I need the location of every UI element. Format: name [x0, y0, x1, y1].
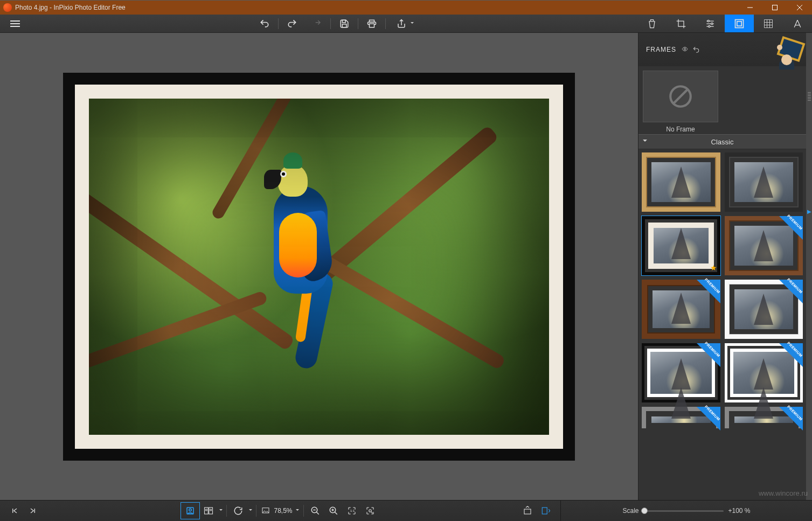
separator: [385, 18, 386, 29]
mascot-icon: [774, 39, 804, 66]
panel-collapse-strip[interactable]: ▶: [806, 33, 812, 500]
separator: [330, 18, 331, 29]
scale-control: Scale +100 %: [561, 501, 812, 521]
reset-icon[interactable]: [692, 46, 700, 53]
tool-tab-adjust[interactable]: [696, 15, 725, 32]
applied-frame-mat: [75, 85, 563, 449]
svg-point-6: [711, 23, 713, 24]
menu-button[interactable]: [10, 20, 20, 27]
app-icon: [3, 3, 12, 12]
zoom-percent-label: 78,5%: [274, 507, 292, 515]
grip-icon: [808, 92, 811, 101]
tool-tab-text[interactable]: [783, 15, 812, 32]
frame-thumb-white[interactable]: PREMIUM: [725, 280, 803, 339]
frames-panel: FRAMES No Frame Classic: [638, 33, 806, 500]
svg-rect-24: [542, 508, 547, 514]
separator: [256, 505, 256, 517]
window-close-button[interactable]: [787, 1, 812, 15]
applied-frame-outer: [63, 73, 575, 461]
panel-header: FRAMES: [639, 33, 806, 66]
zoom-in-button[interactable]: [324, 503, 343, 519]
separator: [226, 505, 227, 517]
save-button[interactable]: [332, 15, 357, 33]
separator: [303, 505, 304, 517]
main-area: FRAMES No Frame Classic: [0, 33, 812, 500]
separator: [278, 18, 279, 29]
top-toolbar: [0, 15, 812, 33]
redo-button[interactable]: [280, 15, 304, 33]
first-image-button[interactable]: [5, 503, 24, 519]
svg-point-10: [684, 48, 686, 50]
svg-rect-1: [342, 20, 345, 23]
chevron-right-icon: ▶: [807, 209, 811, 214]
frame-thumb-dark-grey[interactable]: [725, 152, 803, 212]
compare-dropdown[interactable]: [218, 509, 224, 512]
favorite-star-icon: ★: [710, 263, 717, 272]
scale-label: Scale: [622, 507, 639, 515]
tool-tab-frames[interactable]: [725, 15, 754, 32]
frames-thumbnail-list[interactable]: ★ PREMIUM PREMIUM PREMIUM PREMIUM PREMIU…: [639, 149, 806, 500]
tool-tab-crop[interactable]: [667, 15, 696, 32]
undo-button[interactable]: [252, 15, 277, 33]
svg-rect-23: [524, 509, 531, 514]
frame-thumb-partial-2[interactable]: PREMIUM: [725, 407, 803, 428]
frame-thumb-wood-dark[interactable]: PREMIUM: [642, 280, 720, 339]
filmstrip-right-button[interactable]: [537, 503, 555, 519]
svg-point-7: [709, 25, 710, 27]
svg-rect-2: [342, 24, 346, 27]
frame-thumb-partial-1[interactable]: PREMIUM: [642, 407, 720, 428]
zoom-actual-button[interactable]: 1:1: [343, 503, 361, 519]
share-button[interactable]: [387, 15, 416, 33]
panel-title: FRAMES: [646, 46, 676, 53]
category-header-classic[interactable]: Classic: [639, 134, 806, 149]
canvas-area[interactable]: [0, 33, 638, 500]
scale-value: +100 %: [728, 507, 750, 515]
view-compare-button[interactable]: [199, 503, 218, 519]
zoom-level-control[interactable]: 78,5%: [259, 506, 301, 515]
svg-point-5: [707, 20, 709, 22]
rotate-button[interactable]: [229, 503, 247, 519]
print-button[interactable]: [359, 15, 384, 33]
svg-point-17: [210, 509, 212, 511]
svg-rect-4: [369, 24, 374, 27]
scale-slider[interactable]: [643, 510, 724, 512]
titlebar: Photo 4.jpg - InPixio Photo Editor Free: [0, 0, 812, 15]
zoom-fit-button[interactable]: [361, 503, 379, 519]
redo-alt-button[interactable]: [304, 15, 329, 33]
chevron-down-icon: [296, 509, 299, 512]
window-maximize-button[interactable]: [762, 1, 787, 15]
frame-thumb-wood-light[interactable]: [642, 152, 720, 212]
svg-text:1:1: 1:1: [350, 509, 355, 512]
svg-rect-0: [773, 5, 778, 10]
tool-tab-textures[interactable]: [754, 15, 783, 32]
no-frame-option[interactable]: No Frame: [643, 71, 718, 133]
window-minimize-button[interactable]: [738, 1, 762, 15]
tool-tab-presets[interactable]: [637, 15, 667, 32]
view-single-button[interactable]: [181, 503, 199, 519]
category-label: Classic: [711, 138, 734, 146]
frame-thumb-black-mat[interactable]: ★: [642, 216, 720, 275]
no-frame-label: No Frame: [643, 126, 718, 133]
svg-point-16: [206, 509, 207, 511]
svg-rect-9: [737, 21, 741, 25]
slider-thumb[interactable]: [641, 508, 648, 514]
filmstrip-up-button[interactable]: [518, 503, 537, 519]
svg-point-22: [369, 510, 371, 512]
collapse-icon: [643, 140, 647, 144]
rotate-dropdown[interactable]: [247, 509, 254, 512]
next-image-button[interactable]: [24, 503, 42, 519]
zoom-out-button[interactable]: [306, 503, 324, 519]
separator: [358, 18, 358, 29]
frame-thumb-wood-medium[interactable]: PREMIUM: [725, 216, 803, 275]
no-frame-row: No Frame: [639, 66, 806, 134]
bottom-toolbar: 78,5% 1:1 Scale +100 %: [0, 500, 812, 521]
chevron-down-icon: [411, 22, 414, 25]
svg-rect-8: [735, 19, 744, 27]
visibility-toggle-icon[interactable]: [681, 46, 689, 53]
svg-point-13: [189, 509, 192, 511]
photo-preview: [89, 99, 549, 435]
window-title: Photo 4.jpg - InPixio Photo Editor Free: [15, 4, 126, 11]
